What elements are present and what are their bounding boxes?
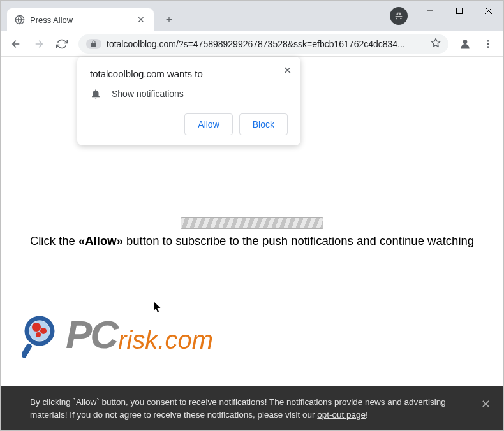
profile-icon[interactable] — [455, 34, 475, 54]
block-button[interactable]: Block — [239, 113, 288, 135]
forward-button[interactable] — [29, 34, 49, 54]
maximize-button[interactable] — [445, 1, 474, 21]
globe-icon — [15, 15, 25, 25]
magnifier-icon — [22, 316, 61, 354]
text-pre: Click the — [30, 234, 78, 247]
minimize-button[interactable] — [415, 1, 445, 21]
titlebar: Press Allow ✕ + — [1, 1, 503, 31]
lock-icon[interactable] — [86, 39, 101, 49]
incognito-icon — [390, 7, 408, 25]
bookmark-star-icon[interactable] — [431, 38, 441, 50]
consent-banner: ✕ By clicking `Allow` button, you consen… — [1, 386, 503, 432]
back-button[interactable] — [6, 34, 26, 54]
permission-actions: Allow Block — [90, 113, 288, 135]
bell-icon — [90, 88, 101, 99]
text-post: button to subscribe to the push notifica… — [123, 234, 474, 247]
close-window-button[interactable] — [474, 1, 503, 21]
consent-line2b: ! — [366, 410, 368, 420]
svg-marker-5 — [431, 38, 440, 47]
reload-button[interactable] — [52, 34, 72, 54]
permission-row: Show notifications — [90, 88, 288, 99]
new-tab-button[interactable]: + — [160, 11, 178, 29]
dialog-close-icon[interactable]: ✕ — [281, 64, 293, 76]
consent-line1: By clicking `Allow` button, you consent … — [30, 397, 446, 407]
svg-point-11 — [29, 321, 50, 341]
subscribe-instruction: Click the «Allow» button to subscribe to… — [1, 234, 503, 248]
consent-line2a: materials! If you do not agree to receiv… — [30, 410, 317, 420]
svg-point-12 — [32, 323, 41, 332]
logo-risk: risk.com — [118, 326, 213, 354]
url-text: totalcoolblog.com/?s=4758989299267873528… — [107, 39, 426, 49]
opt-out-link[interactable]: opt-out page — [317, 410, 366, 420]
address-bar[interactable]: totalcoolblog.com/?s=4758989299267873528… — [78, 34, 448, 54]
consent-close-icon[interactable]: ✕ — [481, 396, 491, 413]
tab-title: Press Allow — [30, 15, 131, 25]
loading-bar — [181, 217, 323, 229]
browser-toolbar: totalcoolblog.com/?s=4758989299267873528… — [1, 31, 503, 57]
svg-point-7 — [487, 40, 489, 42]
svg-rect-2 — [457, 8, 463, 14]
svg-point-14 — [36, 332, 41, 337]
text-allow: «Allow» — [78, 234, 123, 247]
window-controls — [415, 1, 503, 21]
svg-point-13 — [40, 328, 47, 334]
svg-rect-15 — [22, 342, 33, 358]
allow-button[interactable]: Allow — [184, 113, 232, 135]
logo-pc: PC — [66, 312, 117, 357]
page-content: ✕ totalcoolblog.com wants to Show notifi… — [1, 57, 503, 431]
pcrisk-logo: PC risk.com — [22, 312, 213, 357]
permission-label: Show notifications — [112, 89, 184, 99]
permission-origin: totalcoolblog.com wants to — [90, 68, 288, 79]
tab-close-icon[interactable]: ✕ — [136, 15, 146, 25]
svg-point-9 — [487, 46, 489, 48]
permission-dialog: ✕ totalcoolblog.com wants to Show notifi… — [77, 57, 300, 145]
menu-icon[interactable] — [478, 34, 498, 54]
browser-tab[interactable]: Press Allow ✕ — [7, 8, 154, 31]
svg-point-6 — [463, 40, 468, 44]
svg-point-8 — [487, 43, 489, 45]
